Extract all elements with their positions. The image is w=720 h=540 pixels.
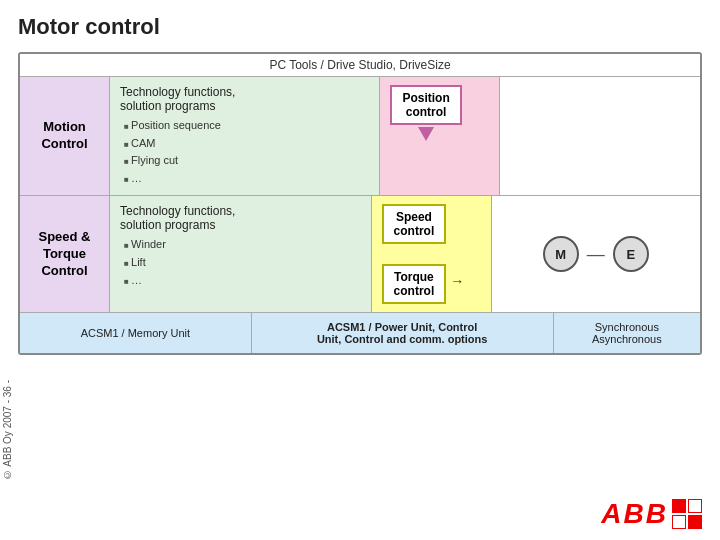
footer-left-cell: ACSM1 / Memory Unit <box>20 313 252 353</box>
speed-tech-title: Technology functions, solution programs <box>120 204 361 232</box>
torque-control-box: Torque control <box>382 264 447 304</box>
list-item: Lift <box>124 254 361 272</box>
page-title: Motor control <box>18 14 702 40</box>
motor-cell: M — E <box>492 196 700 312</box>
list-item: … <box>124 170 369 188</box>
motion-control-label-cell: Motion Control <box>20 77 110 195</box>
motion-tech-cell: Technology functions, solution programs … <box>110 77 380 195</box>
footer-right-cell: Synchronous Asynchronous <box>554 313 700 353</box>
motor-separator-arrow: — <box>587 244 605 265</box>
speed-control-cell: Speed control Torque control → <box>372 196 492 312</box>
motion-control-label: Motion Control <box>41 119 87 153</box>
torque-row: Torque control → <box>382 258 481 304</box>
main-grid: Motion Control Technology functions, sol… <box>20 77 700 353</box>
motion-empty-cell <box>500 77 700 195</box>
list-item: … <box>124 272 361 290</box>
speed-tech-cell: Technology functions, solution programs … <box>110 196 372 312</box>
footer-left-text: ACSM1 / Memory Unit <box>81 327 190 339</box>
abb-logo: ABB <box>601 498 702 530</box>
list-item: Position sequence <box>124 117 369 135</box>
speed-tech-list: Winder Lift … <box>120 236 361 289</box>
motor-circle-e: E <box>613 236 649 272</box>
list-item: Winder <box>124 236 361 254</box>
abb-sq-1 <box>672 499 686 513</box>
list-item: CAM <box>124 135 369 153</box>
row-motion: Motion Control Technology functions, sol… <box>20 77 700 196</box>
position-control-box: Position control <box>390 85 461 125</box>
motor-circle-m: M <box>543 236 579 272</box>
torque-arrow-right: → <box>450 273 464 289</box>
pc-tools-label: PC Tools / Drive Studio, DriveSize <box>20 54 700 77</box>
speed-torque-area: Speed control Torque control → <box>382 204 481 304</box>
sidebar-year-label: © ABB Oy 2007 - 36 - <box>2 380 13 480</box>
footer-mid-text: ACSM1 / Power Unit, Control Unit, Contro… <box>317 321 488 345</box>
abb-sq-2 <box>688 499 702 513</box>
abb-sq-4 <box>688 515 702 529</box>
abb-logo-text: ABB <box>601 498 668 530</box>
speed-torque-label-cell: Speed & Torque Control <box>20 196 110 312</box>
list-item: Flying cut <box>124 152 369 170</box>
position-arrow <box>418 127 434 141</box>
motion-tech-title: Technology functions, solution programs <box>120 85 369 113</box>
row-speed: Speed & Torque Control Technology functi… <box>20 196 700 313</box>
row-footer: ACSM1 / Memory Unit ACSM1 / Power Unit, … <box>20 313 700 353</box>
position-control-cell: Position control <box>380 77 500 195</box>
footer-right-text: Synchronous Asynchronous <box>592 321 662 345</box>
speed-control-box: Speed control <box>382 204 447 244</box>
abb-sq-3 <box>672 515 686 529</box>
motion-tech-list: Position sequence CAM Flying cut … <box>120 117 369 187</box>
abb-logo-squares <box>672 499 702 529</box>
main-diagram: PC Tools / Drive Studio, DriveSize Motio… <box>18 52 702 355</box>
footer-mid-cell: ACSM1 / Power Unit, Control Unit, Contro… <box>252 313 554 353</box>
speed-torque-label: Speed & Torque Control <box>38 229 90 280</box>
page-container: Motor control PC Tools / Drive Studio, D… <box>0 0 720 540</box>
